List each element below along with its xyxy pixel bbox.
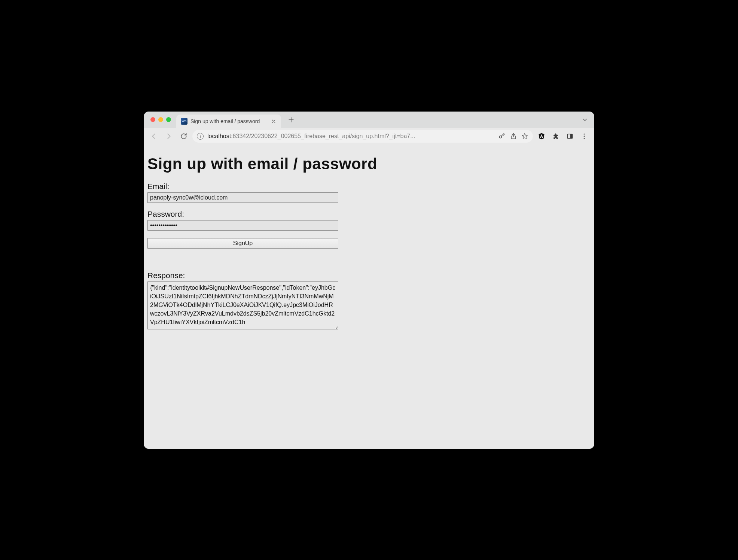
- nav-back-button[interactable]: [147, 130, 160, 143]
- password-label: Password:: [147, 210, 591, 219]
- side-panel-icon[interactable]: [564, 130, 576, 143]
- share-icon[interactable]: [510, 133, 517, 140]
- window-close-button[interactable]: [150, 117, 155, 122]
- browser-menu-button[interactable]: [578, 130, 591, 143]
- response-textarea[interactable]: [147, 281, 338, 329]
- toolbar-right: [535, 130, 591, 143]
- tab-title: Sign up with email / password: [190, 118, 268, 124]
- password-input[interactable]: [147, 220, 338, 231]
- svg-point-5: [584, 136, 585, 137]
- nav-forward-button[interactable]: [162, 130, 175, 143]
- svg-point-6: [584, 138, 585, 139]
- email-input[interactable]: [147, 192, 338, 203]
- bookmark-star-icon[interactable]: [521, 133, 528, 140]
- signup-button[interactable]: SignUp: [147, 238, 338, 249]
- extensions-icon[interactable]: [549, 130, 562, 143]
- svg-point-4: [584, 134, 585, 135]
- browser-toolbar: i localhost:63342/20230622_002655_fireba…: [144, 128, 594, 145]
- spacer: [147, 249, 591, 264]
- url-path: :63342/20230622_002655_firebase_rest_api…: [231, 133, 415, 139]
- address-bar[interactable]: i localhost:63342/20230622_002655_fireba…: [192, 130, 533, 143]
- url-host: localhost: [207, 133, 231, 139]
- tab-favicon-icon: [181, 118, 187, 125]
- tabs-overflow-button[interactable]: [582, 116, 588, 123]
- window-minimize-button[interactable]: [158, 117, 163, 122]
- page-content: Sign up with email / password Email: Pas…: [144, 145, 594, 449]
- email-label: Email:: [147, 182, 591, 191]
- angular-devtools-icon[interactable]: [535, 130, 548, 143]
- browser-tab[interactable]: Sign up with email / password: [176, 115, 281, 128]
- password-key-icon[interactable]: [498, 132, 506, 140]
- url-text: localhost:63342/20230622_002655_firebase…: [207, 133, 494, 140]
- browser-window: Sign up with email / password i localhos…: [144, 112, 594, 449]
- traffic-lights: [147, 117, 176, 122]
- tab-close-button[interactable]: [271, 118, 277, 124]
- page-heading: Sign up with email / password: [147, 155, 591, 173]
- new-tab-button[interactable]: [286, 114, 297, 125]
- response-label: Response:: [147, 271, 591, 280]
- tab-strip: Sign up with email / password: [144, 112, 594, 128]
- svg-rect-3: [570, 134, 573, 139]
- nav-reload-button[interactable]: [177, 130, 190, 143]
- window-maximize-button[interactable]: [166, 117, 171, 122]
- site-info-icon[interactable]: i: [197, 133, 204, 140]
